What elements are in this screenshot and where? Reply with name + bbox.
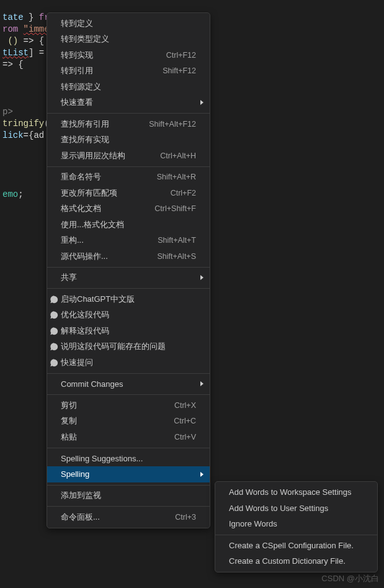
menu-item-label: 解释这段代码 (61, 325, 196, 337)
menu-item-label: Ignore Words (229, 519, 364, 528)
menu-item-label: 转到类型定义 (61, 34, 196, 45)
menu-item-label: Spelling (61, 469, 196, 479)
menu-item-shortcut: Ctrl+Alt+H (160, 152, 196, 160)
menu-separator (47, 506, 210, 507)
menu-item[interactable]: 显示调用层次结构Ctrl+Alt+H (47, 148, 210, 164)
chatgpt-icon (50, 358, 58, 367)
menu-item[interactable]: 共享 (47, 270, 210, 286)
chatgpt-icon (50, 327, 58, 335)
menu-item[interactable]: 解释这段代码 (47, 323, 210, 339)
menu-item[interactable]: 转到引用Shift+F12 (47, 63, 210, 79)
menu-item[interactable]: 添加到监视 (47, 488, 210, 504)
context-submenu-spelling: Add Words to Workspace SettingsAdd Words… (215, 481, 378, 572)
menu-item-label: 共享 (61, 272, 196, 283)
menu-item-shortcut: Ctrl+C (174, 417, 196, 425)
menu-separator (47, 394, 210, 395)
menu-item[interactable]: 重构...Shift+Alt+T (47, 233, 210, 249)
menu-item-label: 转到源定义 (61, 81, 196, 93)
menu-item-label: 查找所有引用 (61, 119, 141, 130)
menu-item[interactable]: Ignore Words (215, 516, 377, 532)
menu-item-label: 命令面板... (61, 512, 167, 523)
menu-item-label: Spelling Suggestions... (61, 454, 196, 463)
chevron-right-icon (200, 100, 203, 105)
menu-item[interactable]: Create a CSpell Configuration File. (215, 538, 377, 554)
watermark: CSDN @小沈白 (321, 573, 379, 584)
menu-item[interactable]: 优化这段代码 (47, 307, 210, 323)
menu-item[interactable]: 格式化文档Ctrl+Shift+F (47, 201, 210, 217)
menu-item-label: 快速提问 (61, 357, 196, 368)
chatgpt-icon (50, 342, 58, 351)
menu-item-label: 优化这段代码 (61, 309, 196, 320)
menu-item[interactable]: 转到实现Ctrl+F12 (47, 47, 210, 63)
menu-group: 转到定义转到类型定义转到实现Ctrl+F12转到引用Shift+F12转到源定义… (47, 16, 210, 111)
menu-item[interactable]: 转到定义 (47, 16, 210, 32)
menu-group: Add Words to Workspace SettingsAdd Words… (215, 484, 377, 532)
menu-item[interactable]: 粘贴Ctrl+V (47, 429, 210, 445)
menu-item-label: 源代码操作... (61, 251, 150, 262)
menu-group: Commit Changes (47, 376, 210, 392)
menu-item-shortcut: Ctrl+F2 (171, 189, 196, 197)
chatgpt-icon (50, 310, 58, 319)
menu-item[interactable]: 使用...格式化文档 (47, 217, 210, 233)
menu-item-label: 复制 (61, 415, 166, 427)
menu-item[interactable]: 剪切Ctrl+X (47, 397, 210, 414)
menu-item-label: 转到实现 (61, 50, 159, 61)
menu-item-label: 添加到监视 (61, 490, 196, 501)
menu-item[interactable]: Spelling (47, 466, 210, 482)
menu-separator (47, 373, 210, 374)
menu-item[interactable]: 重命名符号Shift+Alt+R (47, 170, 210, 186)
menu-item-label: 说明这段代码可能存在的问题 (61, 341, 196, 352)
menu-item-label: 重构... (61, 235, 150, 246)
menu-item-label: 粘贴 (61, 432, 167, 443)
menu-item-label: 格式化文档 (61, 203, 147, 214)
menu-item[interactable]: Add Words to Workspace Settings (215, 484, 377, 500)
menu-item-shortcut: Shift+Alt+T (158, 236, 196, 245)
menu-separator (47, 485, 210, 486)
menu-item-shortcut: Ctrl+V (174, 433, 196, 441)
menu-group: 添加到监视 (47, 488, 210, 504)
menu-item[interactable]: Spelling Suggestions... (47, 451, 210, 467)
menu-item[interactable]: 说明这段代码可能存在的问题 (47, 339, 210, 355)
menu-item[interactable]: 快速查看 (47, 95, 210, 111)
menu-item[interactable]: 更改所有匹配项Ctrl+F2 (47, 185, 210, 201)
menu-group: 查找所有引用Shift+Alt+F12查找所有实现显示调用层次结构Ctrl+Al… (47, 116, 210, 164)
menu-item-label: 查找所有实现 (61, 134, 196, 145)
menu-item-shortcut: Ctrl+F12 (166, 51, 196, 60)
menu-item[interactable]: 转到源定义 (47, 79, 210, 95)
menu-item-label: 更改所有匹配项 (61, 188, 163, 199)
menu-item[interactable]: Add Words to User Settings (215, 500, 377, 517)
menu-item[interactable]: 转到类型定义 (47, 32, 210, 48)
menu-group: Create a CSpell Configuration File.Creat… (215, 538, 377, 569)
menu-item-label: Add Words to User Settings (229, 504, 364, 513)
chatgpt-icon (50, 295, 58, 304)
menu-item-label: 使用...格式化文档 (61, 219, 196, 230)
menu-item-shortcut: Shift+Alt+S (157, 252, 196, 261)
menu-item[interactable]: Commit Changes (47, 376, 210, 392)
menu-separator (215, 535, 377, 535)
chevron-right-icon (200, 472, 203, 477)
menu-item-label: 显示调用层次结构 (61, 150, 153, 161)
menu-item-label: Create a Custom Dictionary File. (229, 556, 364, 566)
menu-separator (47, 267, 210, 268)
menu-item[interactable]: 源代码操作...Shift+Alt+S (47, 248, 210, 265)
menu-separator (47, 113, 210, 114)
menu-item-shortcut: Shift+Alt+F12 (149, 120, 196, 129)
menu-item[interactable]: 命令面板...Ctrl+3 (47, 509, 210, 525)
menu-item[interactable]: 复制Ctrl+C (47, 414, 210, 430)
menu-item[interactable]: 查找所有引用Shift+Alt+F12 (47, 116, 210, 132)
menu-item[interactable]: 查找所有实现 (47, 132, 210, 148)
menu-item-label: 启动ChatGPT中文版 (61, 294, 196, 305)
menu-item-shortcut: Ctrl+3 (175, 513, 196, 522)
menu-item-label: Add Words to Workspace Settings (229, 487, 364, 497)
menu-item[interactable]: 启动ChatGPT中文版 (47, 291, 210, 307)
menu-group: Spelling Suggestions...Spelling (47, 451, 210, 482)
menu-group: 重命名符号Shift+Alt+R更改所有匹配项Ctrl+F2格式化文档Ctrl+… (47, 170, 210, 265)
menu-item[interactable]: Create a Custom Dictionary File. (215, 553, 377, 569)
menu-item-label: 重命名符号 (61, 171, 150, 183)
context-menu: 转到定义转到类型定义转到实现Ctrl+F12转到引用Shift+F12转到源定义… (47, 12, 210, 528)
menu-item-shortcut: Shift+F12 (163, 66, 196, 75)
menu-item[interactable]: 快速提问 (47, 355, 210, 371)
menu-group: 共享 (47, 270, 210, 286)
menu-item-shortcut: Ctrl+X (174, 401, 196, 410)
menu-item-label: 转到引用 (61, 65, 155, 76)
